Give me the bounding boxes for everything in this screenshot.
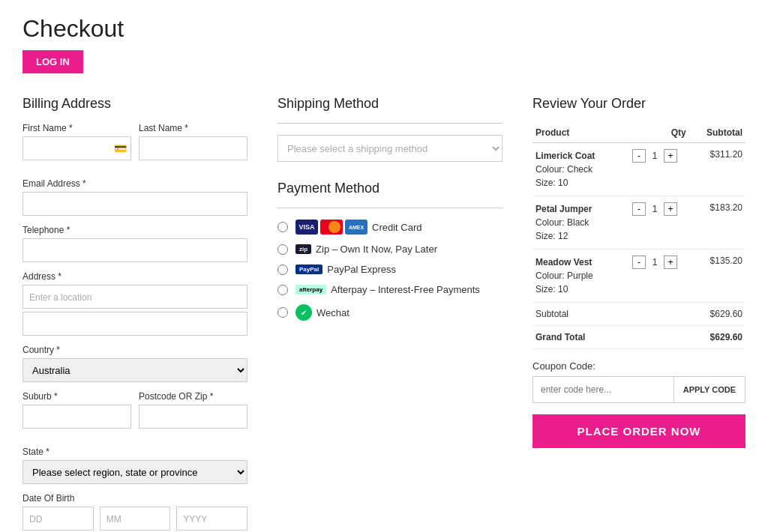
billing-heading: Billing Address: [22, 96, 248, 112]
id-card-icon: 💳: [114, 142, 127, 154]
shipping-method-select[interactable]: Please select a shipping method: [278, 135, 502, 162]
product-name: Meadow Vest Colour: Purple Size: 10: [536, 256, 617, 296]
qty-increase-button[interactable]: +: [664, 202, 677, 216]
payment-option-zip: zip Zip – Own It Now, Pay Later: [278, 244, 502, 255]
afterpay-label: afterpay Afterpay – Interest-Free Paymen…: [296, 284, 480, 295]
col-qty: Qty: [620, 123, 688, 143]
email-group: Email Address *: [22, 178, 248, 216]
col-subtotal: Subtotal: [689, 123, 746, 143]
payment-option-credit-card: VISA AMEX Credit Card: [278, 220, 502, 235]
qty-control: - 1 +: [623, 256, 686, 269]
coupon-label: Coupon Code:: [532, 360, 746, 372]
qty-value: 1: [649, 204, 661, 214]
shipping-divider: [278, 123, 502, 124]
email-input[interactable]: [22, 192, 248, 216]
qty-decrease-button[interactable]: -: [632, 256, 646, 269]
postcode-group: Postcode OR Zip *: [139, 391, 248, 429]
wechat-text: Wechat: [316, 307, 350, 318]
suburb-label: Suburb *: [22, 391, 131, 402]
billing-address-section: Billing Address First Name * 💳 Last Name…: [22, 96, 248, 532]
state-select[interactable]: Please select region, state or province: [22, 460, 248, 484]
dob-month-input[interactable]: [100, 507, 171, 531]
qty-decrease-button[interactable]: -: [632, 202, 646, 216]
product-name: Petal Jumper Colour: Black Size: 12: [536, 202, 617, 243]
cc-icons: VISA AMEX: [296, 220, 368, 235]
visa-icon: VISA: [296, 220, 318, 235]
qty-value: 1: [649, 151, 661, 161]
order-table: Product Qty Subtotal Limerick Coat Colou…: [532, 123, 746, 349]
telephone-label: Telephone *: [22, 225, 248, 235]
wechat-radio[interactable]: [278, 307, 288, 318]
review-section: Review Your Order Product Qty Subtotal L…: [532, 96, 746, 448]
paypal-radio[interactable]: [278, 265, 288, 275]
credit-card-label: VISA AMEX Credit Card: [296, 220, 422, 235]
coupon-input[interactable]: [532, 376, 674, 403]
qty-cell: - 1 +: [620, 250, 688, 303]
address-group: Address *: [22, 271, 248, 336]
item-subtotal: $135.20: [689, 250, 746, 303]
credit-card-radio[interactable]: [278, 222, 288, 232]
place-order-button[interactable]: PLACE ORDER NOW: [532, 414, 746, 448]
suburb-input[interactable]: [22, 405, 131, 429]
zip-radio[interactable]: [278, 244, 288, 255]
country-group: Country * Australia: [22, 345, 248, 382]
page-title: Checkout: [22, 15, 746, 43]
item-subtotal: $183.20: [689, 196, 746, 250]
zip-label: zip Zip – Own It Now, Pay Later: [296, 244, 437, 255]
payment-option-wechat: ✔ Wechat: [278, 304, 502, 321]
paypal-label: PayPal PayPal Express: [296, 264, 396, 275]
last-name-label: Last Name *: [139, 123, 248, 133]
paypal-text: PayPal Express: [327, 264, 396, 275]
country-select[interactable]: Australia: [22, 358, 248, 382]
mastercard-icon: [320, 220, 343, 235]
telephone-group: Telephone *: [22, 225, 248, 262]
last-name-group: Last Name *: [139, 123, 248, 160]
payment-divider: [278, 208, 502, 208]
address-line2-input[interactable]: [22, 312, 248, 336]
amex-icon: AMEX: [345, 220, 368, 235]
apply-code-button[interactable]: APPLY CODE: [674, 376, 746, 403]
dob-group: Date Of Birth: [22, 493, 248, 531]
col-product: Product: [532, 123, 620, 143]
product-cell: Meadow Vest Colour: Purple Size: 10: [532, 250, 620, 303]
email-label: Email Address *: [22, 178, 248, 189]
payment-heading: Payment Method: [278, 181, 502, 196]
login-button[interactable]: LOG IN: [22, 50, 83, 73]
afterpay-radio[interactable]: [278, 285, 288, 295]
subtotal-row: Subtotal $629.60: [532, 303, 746, 326]
postcode-input[interactable]: [139, 405, 248, 429]
first-name-group: First Name * 💳: [22, 123, 131, 160]
table-row: Limerick Coat Colour: Check Size: 10 - 1…: [532, 143, 746, 196]
telephone-input[interactable]: [22, 238, 248, 262]
subtotal-label: Subtotal: [532, 303, 689, 326]
paypal-icon: PayPal: [296, 265, 322, 274]
first-name-label: First Name *: [22, 123, 131, 133]
wechat-icon: ✔: [296, 304, 312, 321]
dob-day-input[interactable]: [22, 507, 94, 531]
qty-increase-button[interactable]: +: [664, 256, 677, 269]
state-label: State *: [22, 447, 248, 457]
review-heading: Review Your Order: [532, 96, 746, 112]
suburb-group: Suburb *: [22, 391, 131, 429]
dob-year-input[interactable]: [176, 507, 248, 531]
qty-control: - 1 +: [623, 202, 686, 216]
grand-total-row: Grand Total $629.60: [532, 326, 746, 349]
coupon-row: APPLY CODE: [532, 376, 746, 403]
address-autocomplete-input[interactable]: [22, 285, 248, 309]
qty-increase-button[interactable]: +: [664, 149, 677, 163]
state-group: State * Please select region, state or p…: [22, 447, 248, 484]
shipping-payment-section: Shipping Method Please select a shipping…: [278, 96, 502, 330]
grand-total-value: $629.60: [689, 326, 746, 349]
country-label: Country *: [22, 345, 248, 355]
product-name: Limerick Coat Colour: Check Size: 10: [536, 149, 617, 190]
payment-option-afterpay: afterpay Afterpay – Interest-Free Paymen…: [278, 284, 502, 295]
qty-decrease-button[interactable]: -: [632, 149, 646, 163]
credit-card-text: Credit Card: [372, 222, 422, 233]
zip-icon: zip: [296, 244, 311, 254]
product-cell: Limerick Coat Colour: Check Size: 10: [532, 143, 620, 196]
last-name-input[interactable]: [139, 136, 248, 160]
postcode-label: Postcode OR Zip *: [139, 391, 248, 402]
qty-cell: - 1 +: [620, 143, 688, 196]
address-label: Address *: [22, 271, 248, 282]
payment-option-paypal: PayPal PayPal Express: [278, 264, 502, 275]
